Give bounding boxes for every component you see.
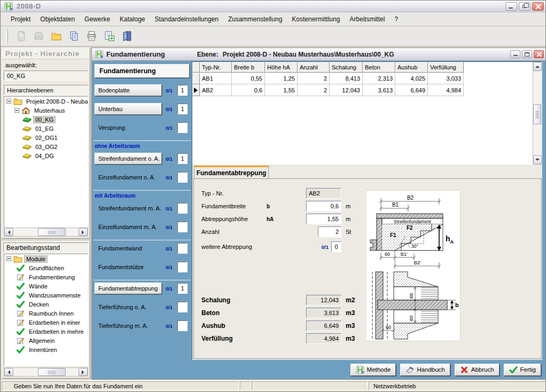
table-cell[interactable]: 3,033	[428, 73, 464, 84]
column-header-breite-b[interactable]: Breite b	[232, 62, 265, 73]
tree-expander[interactable]	[6, 99, 11, 104]
table-cell[interactable]: 4,984	[428, 84, 464, 96]
module-item-erdarbeiten-in-einer[interactable]: Erdarbeiten in einer	[4, 318, 88, 327]
count-input[interactable]	[177, 262, 188, 272]
minimize-button[interactable]	[505, 2, 517, 11]
table-cell[interactable]: 3,613	[363, 84, 395, 96]
module-item-decken[interactable]: Decken	[4, 300, 88, 309]
module-item-wandzusammenste[interactable]: Wandzusammenste	[4, 291, 88, 300]
tree-item-00-kg[interactable]: 00_KG	[4, 115, 88, 124]
column-header-hoehe-ha[interactable]: Höhe hA	[265, 62, 298, 73]
count-input[interactable]: 1	[177, 283, 188, 294]
scroll-up-arrow[interactable]	[533, 62, 542, 71]
field-input-anzahl[interactable]: 2	[318, 226, 341, 237]
tree-item-03-og2[interactable]: 03_OG2	[4, 142, 88, 151]
count-input[interactable]	[177, 172, 188, 183]
close-button[interactable]	[532, 2, 544, 11]
tree-expander[interactable]	[6, 256, 11, 261]
table-cell[interactable]: 2	[298, 84, 330, 96]
scroll-left-arrow[interactable]	[4, 368, 13, 376]
count-input[interactable]	[177, 222, 188, 232]
column-header-aushub[interactable]: Aushub	[395, 62, 428, 73]
table-cell[interactable]: 1,55	[265, 84, 298, 96]
table-cell[interactable]: 0,55	[232, 73, 265, 84]
restore-button[interactable]	[519, 2, 531, 11]
dialog-maximize-button[interactable]	[522, 50, 532, 58]
tree-item-musterhaus[interactable]: Musterhaus	[4, 106, 88, 115]
table-cell[interactable]: 12,043	[330, 84, 363, 96]
table-cell[interactable]: AB1	[200, 73, 232, 84]
abbruch-button[interactable]: Abbruch	[455, 364, 500, 376]
table-row[interactable]: AB10,551,2528,4132,3134,0253,033	[192, 73, 542, 84]
scroll-left-arrow[interactable]	[4, 228, 13, 236]
fertig-button[interactable]: Fertig	[504, 364, 541, 376]
scroll-thumb[interactable]	[38, 368, 66, 376]
open-folder-icon[interactable]	[49, 29, 63, 43]
count-input[interactable]	[177, 243, 188, 254]
menu-item-objektdaten[interactable]: Objektdaten	[35, 14, 80, 25]
menu-item-[interactable]: ?	[389, 14, 403, 25]
dialog-minimize-button[interactable]	[510, 50, 520, 58]
table-cell[interactable]: 2	[298, 73, 330, 84]
field-input-abtreppungshoehe[interactable]: 1,55	[306, 214, 341, 224]
count-input[interactable]	[177, 302, 188, 312]
field-input-fundamentbreite[interactable]: 0,6	[306, 201, 341, 211]
dialog-close-button[interactable]	[534, 50, 544, 58]
tree-item-module[interactable]: Module	[4, 254, 88, 263]
table-cell[interactable]: AB2	[200, 84, 232, 96]
tree-item-01-eg[interactable]: 01_EG	[4, 124, 88, 133]
column-header-schalung[interactable]: Schalung	[330, 62, 363, 73]
export-icon[interactable]	[102, 29, 116, 43]
field-input-weitere-abtreppung[interactable]: 0	[331, 241, 341, 252]
table-cell[interactable]: 8,413	[330, 73, 363, 84]
table-vscrollbar[interactable]	[533, 62, 542, 164]
tab-fundamentabtreppung[interactable]: Fundamentabtreppung	[194, 166, 269, 179]
print-icon[interactable]	[84, 29, 98, 43]
exit-icon[interactable]	[120, 29, 134, 43]
count-input[interactable]: 1	[177, 104, 188, 114]
count-input[interactable]	[177, 203, 188, 214]
scroll-thumb[interactable]	[38, 228, 66, 236]
tree-item-04-dg[interactable]: 04_DG	[4, 151, 88, 160]
menu-item-standardeinstellungen[interactable]: Standardeinstellungen	[150, 14, 223, 25]
scroll-thumb[interactable]	[533, 104, 541, 124]
module-item-raumbuch-innen[interactable]: Raumbuch Innen	[4, 309, 88, 318]
copy-icon[interactable]	[67, 29, 81, 43]
table-cell[interactable]: 6,649	[395, 84, 428, 96]
tree-item-02-og1[interactable]: 02_OG1	[4, 133, 88, 142]
scroll-down-arrow[interactable]	[533, 155, 542, 164]
methode-button[interactable]: MMethode	[350, 364, 396, 376]
sidebar-item-unterbau[interactable]: Unterbau	[95, 103, 162, 115]
menu-item-projekt[interactable]: Projekt	[6, 14, 35, 25]
handbuch-button[interactable]: Handbuch	[400, 364, 450, 376]
menu-item-kataloge[interactable]: Kataloge	[115, 14, 150, 25]
menu-item-arbeitsmittel[interactable]: Arbeitsmittel	[345, 14, 389, 25]
tree-item-projekt-2008-d-neubau[interactable]: Projekt 2008-D - Neubau	[4, 97, 88, 106]
sidebar-item-bodenplatte[interactable]: Bodenplatte	[95, 84, 162, 96]
table-row[interactable]: AB20,61,55212,0433,6136,6494,984	[192, 84, 542, 96]
column-header-verfuellung[interactable]: Verfüllung	[428, 62, 464, 73]
column-header-beton[interactable]: Beton	[363, 62, 395, 73]
count-input[interactable]: 1	[177, 85, 188, 96]
count-input[interactable]: 1	[177, 153, 188, 164]
table-cell[interactable]: 2,313	[363, 73, 395, 84]
menu-item-zusammenstellung[interactable]: Zusammenstellung	[223, 14, 287, 25]
module-item-erdarbeiten-in-mehre[interactable]: Erdarbeiten in mehre	[4, 327, 88, 336]
progress-hscrollbar[interactable]	[4, 367, 88, 377]
column-header-typ-nr[interactable]: Typ-Nr.	[200, 62, 232, 73]
table-cell[interactable]: 4,025	[395, 73, 428, 84]
module-item-grundflaechen[interactable]: Grundflächen	[4, 263, 88, 272]
module-item-allgemein[interactable]: Allgemein	[4, 336, 88, 345]
module-item-waende[interactable]: Wände	[4, 281, 88, 291]
scroll-right-arrow[interactable]	[79, 368, 88, 376]
sidebar-item-fundamentabtreppung[interactable]: Fundamentabtreppung	[95, 283, 162, 294]
module-item-fundamentierung[interactable]: Fundamentierung	[4, 272, 88, 281]
menu-item-kostenermittlung[interactable]: Kostenermittlung	[287, 14, 345, 25]
scroll-right-arrow[interactable]	[79, 228, 88, 236]
table-cell[interactable]: 0,6	[232, 84, 265, 96]
module-item-innentueren[interactable]: Innentüren	[4, 345, 88, 354]
count-input[interactable]	[177, 122, 188, 133]
tree-expander[interactable]	[14, 108, 19, 113]
table-cell[interactable]: 1,25	[265, 73, 298, 84]
count-input[interactable]	[177, 320, 188, 331]
